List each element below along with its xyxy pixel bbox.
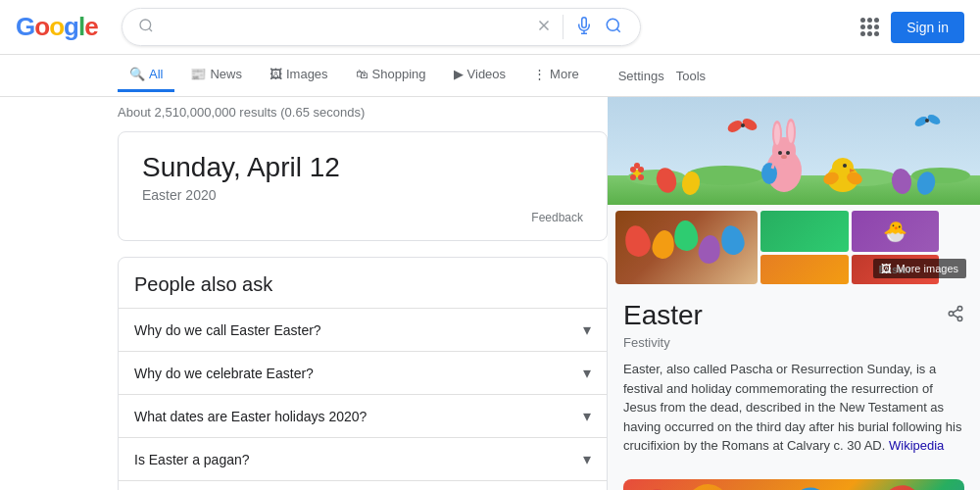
svg-point-23 (788, 122, 794, 143)
svg-point-45 (630, 174, 636, 180)
tab-news[interactable]: 📰 News (178, 59, 254, 92)
search-results-panel: About 2,510,000,000 results (0.65 second… (0, 97, 608, 490)
paa-item-1[interactable]: Why do we call Easter Easter? ▾ (119, 308, 607, 351)
tab-shopping[interactable]: 🛍 Shopping (344, 59, 438, 92)
header-right: Sign in (860, 12, 964, 43)
svg-point-22 (774, 123, 780, 145)
image-icon: 🖼 (881, 263, 892, 274)
tab-images[interactable]: 🖼 Images (258, 59, 340, 92)
svg-point-24 (778, 151, 782, 155)
svg-line-7 (616, 28, 619, 31)
chevron-down-icon-2: ▾ (583, 364, 591, 382)
date-card-feedback[interactable]: Feedback (142, 211, 583, 224)
paa-item-3[interactable]: What dates are Easter holidays 2020? ▾ (119, 394, 607, 437)
knowledge-panel: 🐣 Easter 🖼 More images Easter Festi (608, 97, 980, 490)
easter-traditions-image: See Easter traditions around ▶ ▶ Start (623, 479, 964, 491)
header: Google easter Sign in (0, 0, 980, 55)
svg-point-6 (607, 19, 618, 30)
svg-point-44 (634, 163, 640, 169)
chevron-down-icon-4: ▾ (583, 450, 591, 468)
news-tab-icon: 📰 (190, 67, 206, 81)
paa-item-4[interactable]: Is Easter a pagan? ▾ (119, 437, 607, 480)
easter-header-illustration (608, 97, 980, 205)
svg-point-47 (957, 306, 962, 311)
paa-item-text-1: Why do we call Easter Easter? (134, 322, 321, 338)
date-title: Sunday, April 12 (142, 152, 583, 183)
svg-point-37 (741, 123, 745, 127)
settings-link[interactable]: Settings (618, 69, 664, 83)
chevron-down-icon-3: ▾ (583, 407, 591, 425)
results-count: About 2,510,000,000 results (0.65 second… (118, 97, 608, 131)
svg-point-0 (140, 20, 151, 30)
more-images-button[interactable]: 🖼 More images (873, 259, 966, 278)
easter-illustration-svg (608, 97, 980, 205)
svg-point-49 (957, 317, 962, 321)
date-subtitle: Easter 2020 (142, 187, 583, 203)
easter-image-4[interactable] (760, 255, 849, 284)
svg-point-26 (781, 155, 787, 159)
svg-point-27 (761, 163, 777, 184)
paa-item-text-2: Why do we celebrate Easter? (134, 366, 314, 381)
kp-title-row: Easter (623, 300, 964, 331)
tab-videos[interactable]: ▶ Videos (442, 59, 518, 92)
main-content: About 2,510,000,000 results (0.65 second… (0, 97, 980, 490)
svg-line-1 (149, 28, 152, 31)
easter-image-1[interactable] (615, 211, 758, 284)
more-tab-icon: ⋮ (533, 67, 546, 81)
google-apps-button[interactable] (860, 18, 879, 36)
date-card: Sunday, April 12 Easter 2020 Feedback (118, 131, 608, 241)
svg-line-28 (772, 163, 774, 169)
paa-title: People also ask (119, 258, 607, 308)
search-input[interactable]: easter (162, 19, 525, 36)
kp-title: Easter (623, 300, 703, 331)
voice-search-button[interactable] (563, 15, 595, 39)
search-icon (138, 18, 154, 37)
svg-point-46 (638, 174, 644, 180)
kp-description: Easter, also called Pascha or Resurrecti… (623, 360, 964, 456)
sign-in-button[interactable]: Sign in (891, 12, 964, 43)
image-grid-row: 🐣 Easter 🖼 More images (608, 205, 980, 288)
tools-link[interactable]: Tools (676, 69, 706, 83)
search-tabs: 🔍 All 📰 News 🖼 Images 🛍 Shopping ▶ Video… (0, 55, 980, 97)
svg-point-25 (786, 151, 790, 155)
easter-image-2[interactable] (760, 211, 849, 252)
paa-feedback[interactable]: Feedback (119, 480, 607, 490)
share-button[interactable] (947, 305, 964, 327)
clear-search-button[interactable] (533, 15, 555, 39)
svg-point-32 (843, 164, 847, 168)
paa-item-text-3: What dates are Easter holidays 2020? (134, 409, 367, 424)
svg-point-40 (925, 119, 929, 122)
paa-item-text-4: Is Easter a pagan? (134, 452, 250, 467)
videos-tab-icon: ▶ (454, 67, 464, 81)
search-box: easter (122, 8, 641, 46)
paa-item-2[interactable]: Why do we celebrate Easter? ▾ (119, 351, 607, 394)
easter-image-3[interactable]: 🐣 (852, 211, 940, 252)
submit-search-button[interactable] (603, 15, 624, 39)
shopping-tab-icon: 🛍 (356, 67, 368, 81)
google-logo: Google (16, 12, 98, 42)
images-tab-icon: 🖼 (270, 67, 282, 81)
svg-line-51 (953, 309, 957, 312)
tab-more[interactable]: ⋮ More (521, 59, 591, 92)
chevron-down-icon-1: ▾ (583, 320, 591, 339)
kp-subtitle: Festivity (623, 335, 964, 350)
svg-line-50 (953, 315, 957, 318)
knowledge-panel-content: Easter Festivity Easter, also called Pas… (608, 288, 980, 479)
search-tab-icon: 🔍 (129, 67, 145, 81)
wikipedia-link[interactable]: Wikipedia (889, 438, 944, 453)
people-also-ask-section: People also ask Why do we call Easter Ea… (118, 257, 608, 490)
svg-point-48 (949, 311, 954, 316)
tab-all[interactable]: 🔍 All (118, 59, 174, 92)
